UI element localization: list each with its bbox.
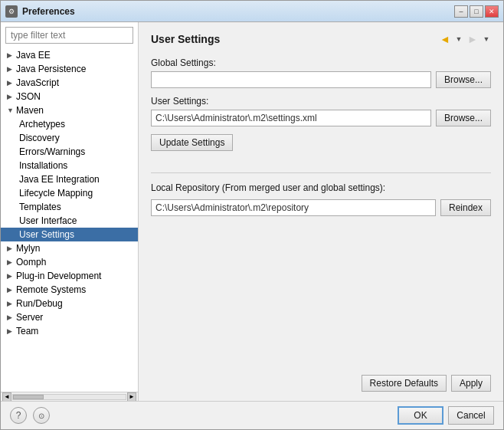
tree-container: ▶ Java EE ▶ Java Persistence ▶ JavaScrip…	[1, 48, 138, 392]
close-button[interactable]: ✕	[485, 5, 499, 18]
window-icon: ⚙	[5, 5, 18, 18]
forward-dropdown[interactable]: ▼	[482, 31, 491, 47]
title-bar-buttons: – □ ✕	[454, 5, 499, 18]
sidebar-item-label: Run/Debug	[15, 298, 63, 309]
scroll-left-button[interactable]: ◄	[2, 392, 11, 402]
sidebar-item-label: Errors/Warnings	[18, 146, 85, 157]
sidebar-item-label: Maven	[15, 105, 44, 116]
sidebar-item-label: Lifecycle Mapping	[18, 188, 93, 199]
global-settings-row: Browse...	[151, 71, 491, 88]
filter-input[interactable]	[5, 27, 133, 44]
expand-arrow: ▶	[7, 65, 15, 73]
bottom-icons: ? ⊙	[10, 407, 50, 424]
sidebar-item-label: Server	[15, 312, 43, 323]
minimize-button[interactable]: –	[454, 5, 468, 18]
sidebar-item-label: Templates	[18, 202, 61, 212]
sidebar-item-discovery[interactable]: Discovery	[1, 131, 138, 145]
sidebar-item-user-interface[interactable]: User Interface	[1, 214, 138, 228]
sidebar-item-server[interactable]: ▶ Server	[1, 310, 138, 324]
sidebar-item-plugin-dev[interactable]: ▶ Plug-in Development	[1, 269, 138, 283]
local-repo-row: Reindex	[151, 199, 491, 216]
info-icon[interactable]: ⊙	[33, 407, 50, 424]
expand-arrow: ▶	[7, 286, 15, 294]
local-repo-input[interactable]	[151, 199, 436, 216]
sidebar-item-label: Team	[15, 326, 38, 336]
sidebar-item-installations[interactable]: Installations	[1, 159, 138, 172]
panel-header: User Settings ◄ ▼ ► ▼	[151, 31, 491, 47]
horizontal-scrollbar[interactable]: ◄ ►	[1, 392, 138, 401]
sidebar-item-label: Installations	[18, 160, 67, 171]
sidebar-item-label: Oomph	[15, 257, 46, 268]
sidebar-item-label: Plug-in Development	[15, 271, 101, 281]
sidebar-item-label: Discovery	[18, 133, 60, 143]
sidebar-item-label: User Settings	[18, 229, 74, 240]
expand-arrow: ▶	[7, 258, 15, 266]
global-browse-button[interactable]: Browse...	[436, 71, 491, 88]
user-settings-row: Browse...	[151, 110, 491, 126]
sidebar-item-javascript[interactable]: ▶ JavaScript	[1, 76, 138, 90]
sidebar-item-label: Mylyn	[15, 243, 40, 254]
divider	[151, 172, 491, 173]
sidebar: ▶ Java EE ▶ Java Persistence ▶ JavaScrip…	[1, 22, 139, 401]
forward-button[interactable]: ►	[465, 31, 480, 47]
restore-defaults-button[interactable]: Restore Defaults	[362, 375, 447, 392]
sidebar-item-label: Java Persistence	[15, 64, 86, 74]
cancel-button[interactable]: Cancel	[448, 406, 494, 425]
apply-button[interactable]: Apply	[451, 375, 491, 392]
user-browse-button[interactable]: Browse...	[436, 110, 491, 126]
preferences-window: ⚙ Preferences – □ ✕ ▶ Java EE ▶ Java Per…	[0, 0, 504, 430]
panel-title: User Settings	[151, 33, 220, 45]
expand-arrow: ▶	[7, 313, 15, 321]
sidebar-item-java-persistence[interactable]: ▶ Java Persistence	[1, 62, 138, 76]
global-settings-label: Global Settings:	[151, 57, 491, 68]
scroll-right-button[interactable]: ►	[127, 392, 136, 402]
sidebar-item-java-ee[interactable]: ▶ Java EE	[1, 48, 138, 62]
sidebar-item-maven[interactable]: ▼ Maven	[1, 103, 138, 117]
expand-arrow: ▶	[7, 51, 15, 59]
sidebar-item-errors-warnings[interactable]: Errors/Warnings	[1, 145, 138, 159]
sidebar-item-lifecycle-mapping[interactable]: Lifecycle Mapping	[1, 186, 138, 200]
sidebar-item-team[interactable]: ▶ Team	[1, 324, 138, 338]
sidebar-item-label: Remote Systems	[15, 284, 86, 295]
update-settings-button[interactable]: Update Settings	[151, 134, 233, 151]
back-button[interactable]: ◄	[437, 31, 453, 47]
expand-arrow: ▶	[7, 79, 15, 87]
expand-arrow: ▶	[7, 300, 15, 307]
main-panel: User Settings ◄ ▼ ► ▼ Global Settings: B…	[139, 22, 503, 401]
bottom-buttons: Restore Defaults Apply	[151, 367, 491, 392]
help-icon[interactable]: ?	[10, 407, 27, 424]
title-bar: ⚙ Preferences – □ ✕	[1, 1, 503, 22]
nav-buttons: ◄ ▼ ► ▼	[437, 31, 491, 47]
ok-button[interactable]: OK	[398, 406, 443, 425]
sidebar-item-label: User Interface	[18, 215, 77, 226]
sidebar-item-json[interactable]: ▶ JSON	[1, 90, 138, 103]
sidebar-item-user-settings[interactable]: User Settings	[1, 228, 138, 241]
sidebar-item-oomph[interactable]: ▶ Oomph	[1, 255, 138, 269]
sidebar-item-label: Archetypes	[18, 119, 65, 130]
scroll-track[interactable]	[12, 394, 126, 400]
sidebar-item-label: Java EE Integration	[18, 174, 100, 185]
expand-arrow: ▶	[7, 272, 15, 280]
sidebar-item-mylyn[interactable]: ▶ Mylyn	[1, 241, 138, 255]
global-settings-input[interactable]	[151, 71, 431, 88]
sidebar-item-archetypes[interactable]: Archetypes	[1, 117, 138, 131]
back-dropdown[interactable]: ▼	[454, 31, 463, 47]
expand-arrow: ▶	[7, 93, 15, 100]
user-settings-input[interactable]	[151, 110, 431, 126]
sidebar-item-templates[interactable]: Templates	[1, 200, 138, 214]
reindex-button[interactable]: Reindex	[440, 199, 491, 216]
sidebar-item-java-ee-integration[interactable]: Java EE Integration	[1, 172, 138, 186]
expand-arrow: ▼	[7, 107, 15, 114]
expand-arrow: ▶	[7, 245, 15, 252]
sidebar-item-run-debug[interactable]: ▶ Run/Debug	[1, 297, 138, 310]
expand-arrow: ▶	[7, 327, 15, 335]
content-area: ▶ Java EE ▶ Java Persistence ▶ JavaScrip…	[1, 22, 503, 401]
scroll-thumb[interactable]	[13, 395, 44, 399]
sidebar-item-label: JSON	[15, 91, 41, 102]
sidebar-item-remote-systems[interactable]: ▶ Remote Systems	[1, 283, 138, 297]
maximize-button[interactable]: □	[470, 5, 483, 18]
window-footer: ? ⊙ OK Cancel	[1, 401, 503, 429]
local-repo-label: Local Repository (From merged user and g…	[151, 182, 491, 193]
ok-cancel-buttons: OK Cancel	[398, 406, 494, 425]
window-title: Preferences	[22, 6, 454, 17]
